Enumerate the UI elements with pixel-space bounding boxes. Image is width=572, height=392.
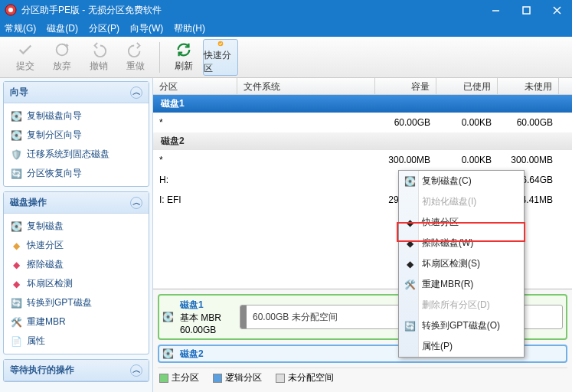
mbr-icon: 🛠️ — [10, 316, 22, 328]
ctx-copy-disk[interactable]: 💽复制磁盘(C) — [399, 171, 524, 191]
legend-primary: 主分区 — [159, 371, 199, 384]
sidebar-item-rebuild-mbr[interactable]: 🛠️重建MBR — [5, 312, 147, 332]
menu-disk[interactable]: 磁盘(D) — [47, 22, 78, 35]
window-buttons — [480, 0, 572, 20]
svg-rect-3 — [523, 7, 530, 14]
bad-sector-icon: ◆ — [404, 258, 416, 270]
wipe-icon: ◆ — [404, 237, 416, 250]
window-title: 分区助手PE版 - 无损分区免费软件 — [21, 4, 480, 17]
sidebar-item-properties[interactable]: 📄属性 — [5, 332, 147, 351]
toolbar: 提交 放弃 撤销 重做 刷新 快速分区 — [0, 37, 572, 78]
sidebar-item-partition-recovery[interactable]: 🔄分区恢复向导 — [5, 164, 147, 183]
mbr-icon: 🛠️ — [404, 279, 416, 291]
table-header: 分区 文件系统 容量 已使用 未使用 — [153, 78, 572, 95]
submit-button[interactable]: 提交 — [8, 39, 43, 76]
ctx-delete-all: 删除所有分区(D) — [399, 295, 524, 315]
partition-icon: ◆ — [404, 217, 416, 229]
swatch-primary — [159, 374, 168, 383]
swatch-unalloc — [276, 374, 285, 383]
content-area: 分区 文件系统 容量 已使用 未使用 磁盘1 * 60.00GB 0.00KB … — [153, 78, 572, 392]
close-button[interactable] — [541, 0, 572, 20]
ctx-convert-gpt[interactable]: 🔄转换到GPT磁盘(O) — [399, 315, 524, 336]
legend: 主分区 逻辑分区 未分配空间 — [158, 368, 567, 387]
col-used[interactable]: 已使用 — [436, 78, 498, 94]
table-row[interactable]: * 300.00MB0.00KB300.00MB — [153, 150, 572, 170]
maximize-button[interactable] — [511, 0, 541, 20]
col-partition[interactable]: 分区 — [153, 78, 237, 94]
menubar: 常规(G) 磁盘(D) 分区(P) 向导(W) 帮助(H) — [0, 20, 572, 37]
chevron-up-icon: ︿ — [130, 87, 142, 99]
sidebar-item-convert-gpt[interactable]: 🔄转换到GPT磁盘 — [5, 293, 147, 312]
swatch-logical — [213, 374, 222, 383]
gpt-icon: 🔄 — [10, 297, 22, 309]
sidebar-item-copy-disk-wizard[interactable]: 💽复制磁盘向导 — [5, 106, 147, 126]
ctx-wipe-disk[interactable]: ◆擦除磁盘(W) — [399, 233, 524, 253]
shield-icon: 🛡️ — [10, 149, 22, 161]
minimize-button[interactable] — [480, 0, 511, 20]
sidebar-item-migrate-ssd[interactable]: 🛡️迁移系统到固态磁盘 — [5, 145, 147, 164]
redo-button[interactable]: 重做 — [118, 39, 153, 76]
legend-logical: 逻辑分区 — [213, 371, 262, 384]
wizard-panel: 向导︿ 💽复制磁盘向导 💽复制分区向导 🛡️迁移系统到固态磁盘 🔄分区恢复向导 — [3, 81, 149, 187]
sidebar: 向导︿ 💽复制磁盘向导 💽复制分区向导 🛡️迁移系统到固态磁盘 🔄分区恢复向导 … — [0, 78, 153, 392]
gpt-icon: 🔄 — [404, 320, 416, 332]
titlebar: 分区助手PE版 - 无损分区免费软件 — [0, 0, 572, 20]
properties-icon: 📄 — [10, 335, 22, 348]
menu-help[interactable]: 帮助(H) — [174, 22, 205, 35]
pending-panel: 等待执行的操作︿ — [3, 359, 149, 382]
bad-sector-icon: ◆ — [10, 278, 22, 290]
sidebar-item-wipe-disk[interactable]: ◆擦除磁盘 — [5, 255, 147, 274]
recovery-icon: 🔄 — [10, 168, 22, 180]
disk-icon: 💽 — [162, 312, 174, 322]
disk-icon: 💽 — [10, 220, 22, 233]
sidebar-item-copy-partition-wizard[interactable]: 💽复制分区向导 — [5, 126, 147, 145]
col-unused[interactable]: 未使用 — [498, 78, 559, 94]
quick-partition-button[interactable]: 快速分区 — [203, 39, 238, 76]
context-menu: 💽复制磁盘(C) 初始化磁盘(I) ◆快速分区 ◆擦除磁盘(W) ◆坏扇区检测(… — [398, 170, 525, 358]
ctx-properties[interactable]: 属性(P) — [399, 336, 524, 357]
diskops-panel-header[interactable]: 磁盘操作︿ — [4, 192, 149, 214]
menu-partition[interactable]: 分区(P) — [89, 22, 119, 35]
sidebar-item-copy-disk[interactable]: 💽复制磁盘 — [5, 217, 147, 236]
discard-button[interactable]: 放弃 — [44, 39, 80, 76]
wipe-icon: ◆ — [10, 259, 22, 271]
app-icon — [5, 4, 17, 16]
disk-icon: 💽 — [404, 175, 416, 188]
menu-general[interactable]: 常规(G) — [5, 22, 36, 35]
wizard-panel-header[interactable]: 向导︿ — [4, 82, 149, 103]
refresh-button[interactable]: 刷新 — [166, 39, 201, 76]
col-filesystem[interactable]: 文件系统 — [237, 78, 375, 94]
table-row[interactable]: * 60.00GB 0.00KB 60.00GB — [153, 113, 572, 132]
partition-copy-icon: 💽 — [10, 129, 22, 142]
disk2-header[interactable]: 磁盘2 — [153, 132, 572, 150]
col-capacity[interactable]: 容量 — [375, 78, 436, 94]
toolbar-separator — [159, 42, 160, 73]
chevron-up-icon: ︿ — [130, 364, 142, 377]
ctx-bad-sector[interactable]: ◆坏扇区检测(S) — [399, 253, 524, 274]
diskops-panel: 磁盘操作︿ 💽复制磁盘 ◆快速分区 ◆擦除磁盘 ◆坏扇区检测 🔄转换到GPT磁盘… — [3, 191, 149, 354]
disk-icon: 💽 — [162, 348, 174, 359]
legend-unalloc: 未分配空间 — [276, 371, 334, 384]
chevron-up-icon: ︿ — [130, 197, 142, 209]
disk-copy-icon: 💽 — [10, 110, 22, 122]
sidebar-item-bad-sector[interactable]: ◆坏扇区检测 — [5, 274, 147, 293]
menu-wizard[interactable]: 向导(W) — [130, 22, 163, 35]
pending-panel-header[interactable]: 等待执行的操作︿ — [4, 360, 149, 381]
ctx-init-disk: 初始化磁盘(I) — [399, 191, 524, 212]
sidebar-item-quick-partition[interactable]: ◆快速分区 — [5, 236, 147, 255]
ctx-rebuild-mbr[interactable]: 🛠️重建MBR(R) — [399, 274, 524, 295]
disk1-header[interactable]: 磁盘1 — [153, 95, 572, 113]
svg-point-1 — [8, 8, 13, 12]
partition-icon: ◆ — [10, 240, 22, 252]
undo-button[interactable]: 撤销 — [81, 39, 116, 76]
ctx-quick-partition[interactable]: ◆快速分区 — [399, 212, 524, 233]
